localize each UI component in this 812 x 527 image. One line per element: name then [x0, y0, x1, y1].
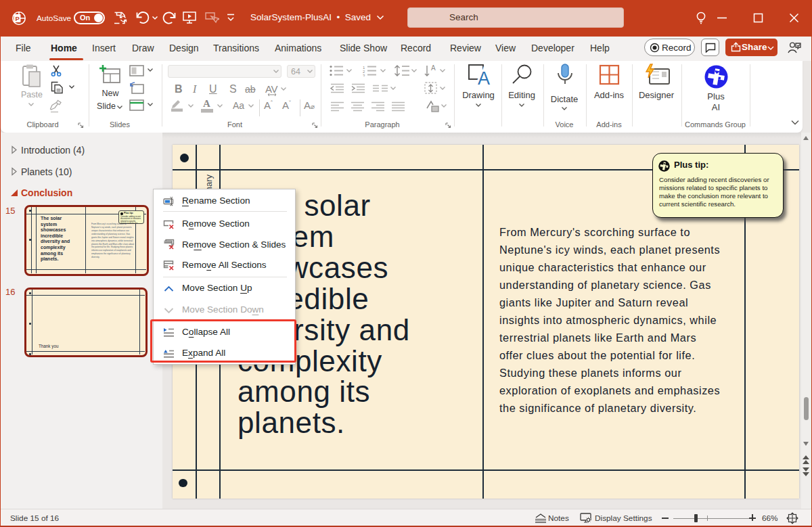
- svg-text:3: 3: [363, 74, 365, 77]
- svg-text:P: P: [15, 15, 20, 22]
- svg-text:A: A: [431, 64, 436, 72]
- svg-text:A: A: [478, 68, 490, 87]
